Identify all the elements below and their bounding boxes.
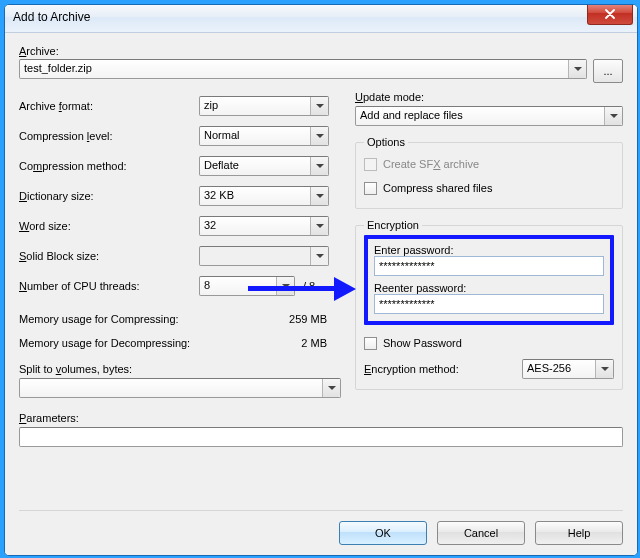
- encryption-group: Encryption Enter password: Reenter passw…: [355, 219, 623, 390]
- word-size-label: Word size:: [19, 220, 199, 232]
- compression-level-label: Compression level:: [19, 130, 199, 142]
- reenter-password-label: Reenter password:: [374, 282, 604, 294]
- dictionary-size-combo[interactable]: 32 KB: [199, 186, 329, 206]
- help-button[interactable]: Help: [535, 521, 623, 545]
- chevron-down-icon: [568, 60, 586, 78]
- compression-method-combo[interactable]: Deflate: [199, 156, 329, 176]
- solid-block-label: Solid Block size:: [19, 250, 199, 262]
- archive-label: Archive:: [19, 45, 59, 57]
- dialog-window: Add to Archive Archive: test_folder.zip …: [4, 4, 638, 556]
- ok-button[interactable]: OK: [339, 521, 427, 545]
- compress-shared-checkbox[interactable]: [364, 182, 377, 195]
- chevron-down-icon: [310, 127, 328, 145]
- archive-format-label: Archive format:: [19, 100, 199, 112]
- cancel-button[interactable]: Cancel: [437, 521, 525, 545]
- show-password-label: Show Password: [383, 337, 462, 349]
- chevron-down-icon: [276, 277, 294, 295]
- compression-level-combo[interactable]: Normal: [199, 126, 329, 146]
- options-legend: Options: [364, 136, 408, 148]
- chevron-down-icon: [310, 97, 328, 115]
- titlebar: Add to Archive: [5, 5, 637, 33]
- create-sfx-label: Create SFX archive: [383, 158, 479, 170]
- client-area: Archive: test_folder.zip ... Archive for…: [5, 33, 637, 555]
- encryption-legend: Encryption: [364, 219, 422, 231]
- chevron-down-icon: [310, 217, 328, 235]
- chevron-down-icon: [310, 187, 328, 205]
- chevron-down-icon: [310, 247, 328, 265]
- compress-shared-label: Compress shared files: [383, 182, 492, 194]
- mem-decompress-label: Memory usage for Decompressing:: [19, 337, 219, 349]
- archive-path-value: test_folder.zip: [24, 62, 92, 74]
- archive-format-combo[interactable]: zip: [199, 96, 329, 116]
- compression-method-label: Compression method:: [19, 160, 199, 172]
- cpu-threads-combo[interactable]: 8: [199, 276, 295, 296]
- cpu-threads-label: Number of CPU threads:: [19, 280, 199, 292]
- close-icon: [605, 9, 615, 19]
- button-bar: OK Cancel Help: [19, 510, 623, 545]
- show-password-checkbox[interactable]: [364, 337, 377, 350]
- chevron-down-icon: [310, 157, 328, 175]
- update-mode-label: Update mode:: [355, 91, 623, 103]
- word-size-combo[interactable]: 32: [199, 216, 329, 236]
- reenter-password-input[interactable]: [374, 294, 604, 314]
- update-mode-combo[interactable]: Add and replace files: [355, 106, 623, 126]
- parameters-input[interactable]: [19, 427, 623, 447]
- options-group: Options Create SFX archive Compress shar…: [355, 136, 623, 209]
- chevron-down-icon: [604, 107, 622, 125]
- browse-button[interactable]: ...: [593, 59, 623, 83]
- password-highlight: Enter password: Reenter password:: [364, 235, 614, 325]
- parameters-label: Parameters:: [19, 412, 623, 424]
- archive-path-combo[interactable]: test_folder.zip: [19, 59, 587, 79]
- cpu-threads-max: / 8: [295, 280, 315, 292]
- chevron-down-icon: [595, 360, 613, 378]
- close-button[interactable]: [587, 4, 633, 25]
- solid-block-combo: [199, 246, 329, 266]
- dictionary-size-label: Dictionary size:: [19, 190, 199, 202]
- split-volumes-combo[interactable]: [19, 378, 341, 398]
- enter-password-label: Enter password:: [374, 244, 604, 256]
- mem-compress-label: Memory usage for Compressing:: [19, 313, 219, 325]
- mem-decompress-value: 2 MB: [219, 337, 341, 349]
- enter-password-input[interactable]: [374, 256, 604, 276]
- encryption-method-label: Encryption method:: [364, 363, 522, 375]
- create-sfx-checkbox: [364, 158, 377, 171]
- mem-compress-value: 259 MB: [219, 313, 341, 325]
- window-title: Add to Archive: [13, 10, 90, 24]
- encryption-method-combo[interactable]: AES-256: [522, 359, 614, 379]
- split-volumes-label: Split to volumes, bytes:: [19, 363, 341, 375]
- chevron-down-icon: [322, 379, 340, 397]
